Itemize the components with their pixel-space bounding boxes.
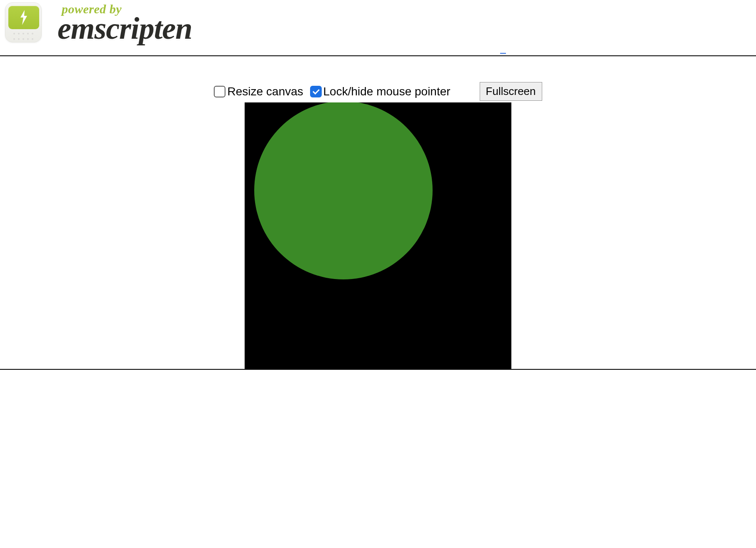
fullscreen-button[interactable]: Fullscreen	[480, 82, 542, 101]
wordmark: powered by emscripten	[58, 2, 192, 44]
lock-pointer-label: Lock/hide mouse pointer	[323, 85, 451, 98]
brand-text: emscripten	[58, 13, 192, 44]
resize-canvas-checkbox[interactable]	[214, 86, 225, 97]
header: powered by emscripten	[0, 0, 756, 48]
canvas-wrap	[0, 102, 756, 369]
lock-pointer-checkbox[interactable]	[310, 86, 322, 97]
loading-indicator	[0, 48, 756, 55]
green-ball	[254, 102, 433, 279]
emscripten-logo-icon	[5, 2, 43, 43]
separator-bottom	[0, 369, 756, 370]
resize-canvas-control[interactable]: Resize canvas	[214, 85, 303, 98]
logo-wrap: powered by emscripten	[5, 2, 192, 44]
bolt-icon	[19, 10, 29, 25]
controls-row: Resize canvas Lock/hide mouse pointer Fu…	[0, 82, 756, 101]
separator-top	[0, 55, 756, 56]
resize-canvas-label: Resize canvas	[227, 85, 303, 98]
render-canvas[interactable]	[245, 102, 511, 369]
lock-pointer-control[interactable]: Lock/hide mouse pointer	[310, 85, 451, 98]
